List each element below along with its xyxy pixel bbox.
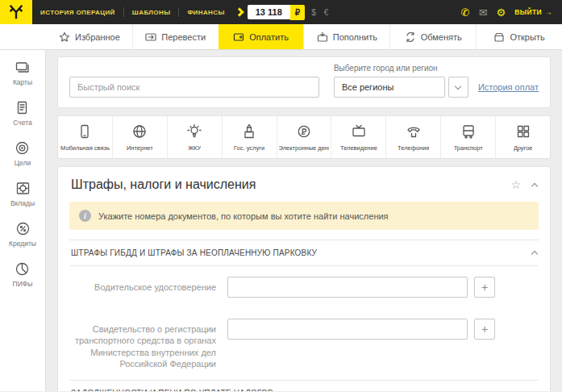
sidebar-item-label: ПИФы (13, 280, 33, 288)
topup-icon (317, 31, 328, 43)
info-icon: i (79, 210, 91, 222)
main-nav: Избранное Перевести Оплатить Пополнить О… (0, 24, 562, 50)
category-label: Другое (514, 144, 533, 152)
tab-favorites[interactable]: Избранное (47, 24, 132, 49)
tv-icon (351, 123, 367, 140)
tab-pay[interactable]: Оплатить (219, 24, 304, 49)
topbar-actions: ✆ ✉ ⚙ ВЫЙТИ → (461, 7, 562, 18)
region-select-button[interactable] (448, 77, 468, 98)
search-card: Выберите город или регион Все регионы Ис… (57, 56, 551, 108)
region-picker: Выберите город или регион Все регионы Ис… (334, 64, 539, 98)
exchange-icon (405, 31, 416, 43)
sidebar-item-accounts[interactable]: Счета (13, 100, 31, 127)
vehicle-registration-input[interactable] (227, 319, 468, 340)
subsection-title: ЗАДОЛЖЕННОСТИ И ПЕНИ ПО УПЛАТЕ НАЛОГОВ (71, 389, 273, 391)
tab-label: Открыть (510, 32, 544, 42)
logout-arrow-icon: → (545, 8, 552, 16)
subsection-gibdd-header[interactable]: ШТРАФЫ ГИБДД И ШТРАФЫ ЗА НЕОПЛАЧЕННУЮ ПА… (69, 240, 539, 266)
tab-label: Обменять (421, 32, 462, 42)
balance-widget[interactable]: 13 118 ₽ $ € (236, 5, 333, 20)
currency-eur[interactable]: € (320, 8, 333, 17)
info-banner-text: Укажите номера документов, по которым вы… (98, 211, 389, 221)
raiffeisen-logo[interactable] (0, 0, 32, 24)
balance-arrow-icon (235, 7, 244, 16)
sidebar-item-goals[interactable]: Цели (15, 140, 31, 167)
topbar: ИСТОРИЯ ОПЕРАЦИЙ ШАБЛОНЫ ФИНАНСЫ 13 118 … (0, 0, 562, 24)
desk-phone-icon (406, 123, 422, 140)
section-title: Штрафы, налоги и начисления (71, 177, 256, 192)
vault-icon (15, 181, 31, 196)
info-banner: i Укажите номера документов, по которым … (69, 202, 539, 230)
logout-button[interactable]: ВЫЙТИ → (514, 8, 552, 16)
tower-icon (241, 123, 257, 140)
sidebar-item-label: Цели (15, 159, 31, 167)
menu-history-operations[interactable]: ИСТОРИЯ ОПЕРАЦИЙ (32, 9, 123, 16)
category-mobile[interactable]: Мобильная связь (58, 116, 112, 158)
phone-icon[interactable]: ✆ (461, 7, 470, 18)
top-menu: ИСТОРИЯ ОПЕРАЦИЙ ШАБЛОНЫ ФИНАНСЫ (32, 0, 233, 24)
sidebar-item-credits[interactable]: Кредиты (9, 221, 36, 248)
subsection-title: ШТРАФЫ ГИБДД И ШТРАФЫ ЗА НЕОПЛАЧЕННУЮ ПА… (71, 248, 317, 257)
sidebar-item-cards[interactable]: Карты (13, 60, 32, 86)
menu-templates[interactable]: ШАБЛОНЫ (124, 9, 179, 16)
mail-icon[interactable]: ✉ (479, 7, 488, 18)
products-sidebar: Карты Счета Цели Вклады Кредиты ПИФы (0, 50, 46, 391)
region-select[interactable]: Все регионы (334, 77, 445, 98)
driver-license-field-row: Водительское удостоверение + (69, 266, 539, 308)
subsection-taxes-header[interactable]: ЗАДОЛЖЕННОСТИ И ПЕНИ ПО УПЛАТЕ НАЛОГОВ (69, 380, 539, 391)
field-label: Водительское удостоверение (69, 277, 227, 293)
region-label: Выберите город или регион (334, 64, 539, 73)
category-label: Телевидение (340, 144, 377, 152)
category-label: Электронные деньги (279, 144, 330, 152)
category-other[interactable]: Другое (495, 116, 550, 158)
category-gov-services[interactable]: Гос. услуги (222, 116, 277, 158)
tab-open[interactable]: Открыть (476, 24, 562, 49)
tab-transfer[interactable]: Перевести (132, 24, 219, 49)
mobile-phone-icon (77, 123, 93, 140)
quick-search-input[interactable] (69, 77, 319, 98)
category-emoney[interactable]: Электронные деньги (277, 116, 331, 158)
tab-exchange[interactable]: Обменять (389, 24, 476, 49)
favorite-star-icon[interactable]: ☆ (510, 178, 521, 191)
add-driver-license-button[interactable]: + (474, 277, 495, 298)
driver-license-input[interactable] (227, 277, 468, 298)
collapse-chevron-icon (531, 251, 538, 257)
tab-label: Избранное (75, 32, 120, 42)
sidebar-item-funds[interactable]: ПИФы (13, 261, 33, 288)
sidebar-item-label: Кредиты (9, 240, 36, 248)
collapse-chevron-icon[interactable] (531, 182, 538, 189)
bus-icon (460, 123, 477, 140)
sidebar-item-deposits[interactable]: Вклады (10, 181, 35, 207)
category-telephony[interactable]: Телефония (385, 116, 440, 158)
content-area: Выберите город или регион Все регионы Ис… (46, 50, 562, 391)
category-utilities[interactable]: ЖКУ (167, 116, 222, 158)
menu-finances[interactable]: ФИНАНСЫ (179, 9, 232, 16)
transfer-icon (145, 31, 156, 43)
category-tv[interactable]: Телевидение (331, 116, 385, 158)
category-internet[interactable]: Интернет (112, 116, 167, 158)
open-product-icon (493, 31, 505, 43)
add-vehicle-registration-button[interactable]: + (474, 319, 495, 340)
tab-topup[interactable]: Пополнить (303, 24, 389, 49)
category-label: Гос. услуги (234, 144, 264, 152)
payment-history-link[interactable]: История оплат (478, 82, 539, 92)
category-label: ЖКУ (188, 144, 201, 152)
percent-icon (15, 221, 31, 236)
category-transport[interactable]: Транспорт (440, 116, 495, 158)
tab-label: Оплатить (249, 32, 289, 42)
cards-icon (15, 60, 30, 75)
accounts-icon (15, 100, 30, 115)
fines-section-card: Штрафы, налоги и начисления ☆ i Укажите … (57, 166, 551, 391)
lamp-icon (186, 123, 202, 140)
field-label: Свидетельство о регистрации транспортног… (69, 319, 227, 369)
gear-icon[interactable]: ⚙ (497, 7, 506, 18)
logout-label: ВЫЙТИ (514, 8, 542, 16)
coin-icon (296, 123, 312, 140)
tab-label: Пополнить (333, 32, 377, 42)
tab-label: Перевести (161, 32, 206, 42)
sidebar-item-label: Счета (13, 119, 31, 127)
category-label: Телефония (398, 144, 429, 152)
globe-icon (131, 123, 148, 140)
currency-usd[interactable]: $ (307, 8, 320, 17)
currency-rub[interactable]: ₽ (290, 5, 305, 20)
